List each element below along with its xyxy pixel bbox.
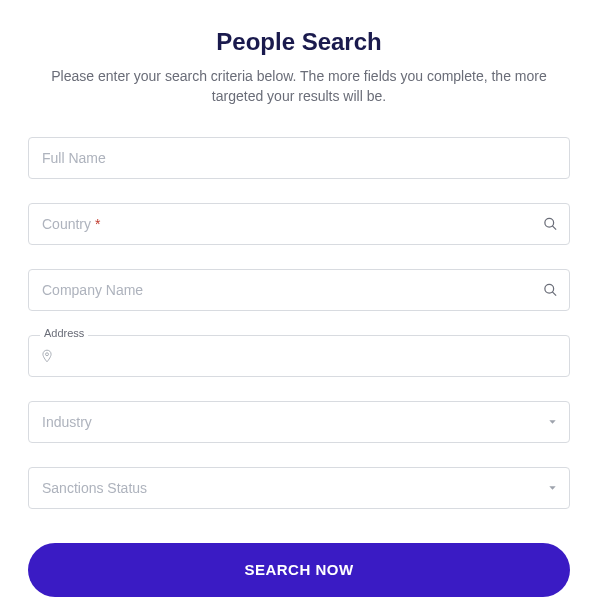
company-field: Company Name <box>28 269 570 311</box>
sanctions-field: Sanctions Status <box>28 467 570 509</box>
company-input[interactable] <box>28 269 570 311</box>
page-title: People Search <box>28 28 570 56</box>
full-name-input[interactable] <box>28 137 570 179</box>
sanctions-select[interactable] <box>28 467 570 509</box>
industry-select[interactable] <box>28 401 570 443</box>
search-now-button[interactable]: SEARCH NOW <box>28 543 570 597</box>
address-input[interactable] <box>28 335 570 377</box>
page-subtitle: Please enter your search criteria below.… <box>28 66 570 107</box>
country-field: Country* <box>28 203 570 245</box>
full-name-field: Full Name <box>28 137 570 179</box>
address-label: Address <box>40 327 88 339</box>
country-input[interactable] <box>28 203 570 245</box>
address-field: Address <box>28 335 570 377</box>
industry-field: Industry <box>28 401 570 443</box>
